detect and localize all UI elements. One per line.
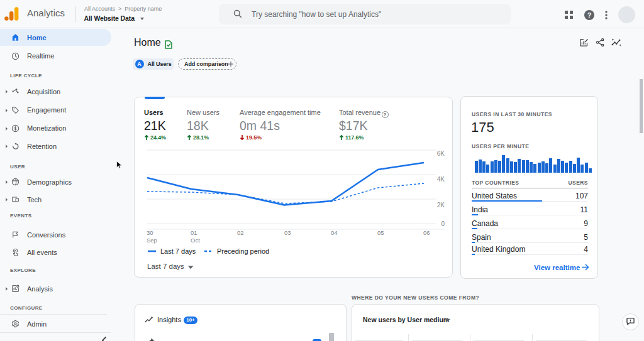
svg-text:2K: 2K (437, 202, 445, 208)
svg-text:06: 06 (423, 229, 430, 236)
svg-text:03: 03 (284, 229, 291, 236)
svg-text:4K: 4K (437, 176, 445, 183)
svg-text:Last 7 days: Last 7 days (147, 263, 184, 270)
svg-text:02: 02 (237, 229, 244, 236)
svg-text:6K: 6K (437, 150, 445, 157)
svg-text:Preceding period: Preceding period (217, 247, 269, 255)
svg-text:Last 7 days: Last 7 days (160, 247, 196, 255)
svg-text:30: 30 (147, 229, 153, 236)
svg-text:04: 04 (331, 229, 338, 236)
svg-text:Oct: Oct (191, 237, 200, 244)
svg-text:01: 01 (191, 229, 197, 236)
svg-text:Sep: Sep (147, 237, 157, 244)
svg-text:0: 0 (441, 220, 445, 227)
svg-text:05: 05 (377, 229, 384, 236)
